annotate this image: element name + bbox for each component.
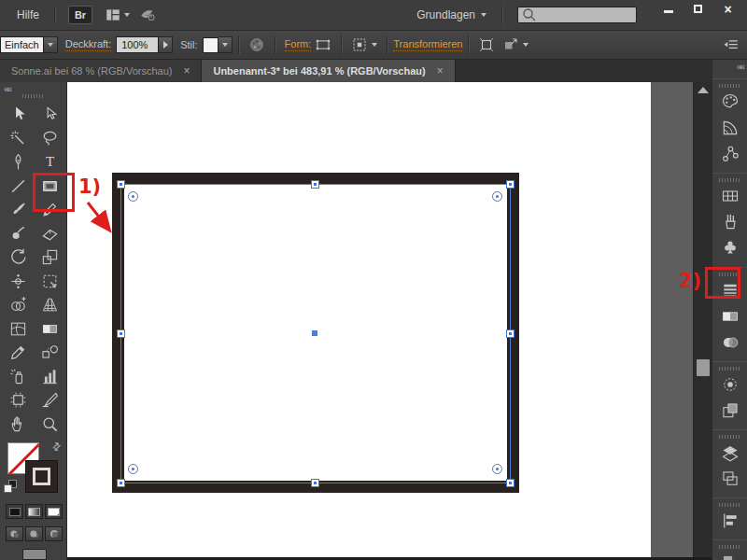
magic-wand-tool[interactable]: [2, 127, 34, 151]
appearance-panel-button[interactable]: [712, 371, 747, 398]
direct-selection-tool[interactable]: [34, 103, 65, 127]
panel-grip-handle[interactable]: [719, 84, 741, 88]
symbols-panel-button[interactable]: [712, 235, 747, 261]
transparency-panel-button[interactable]: [712, 329, 747, 356]
swap-fill-stroke-icon[interactable]: ⇄: [49, 440, 64, 455]
selection-handle-top-mid[interactable]: [311, 180, 319, 189]
bridge-icon[interactable]: Br: [68, 6, 92, 24]
opacity-link[interactable]: Deckkraft:: [65, 38, 112, 51]
menu-hilfe[interactable]: Hilfe: [7, 5, 49, 25]
rotate-tool[interactable]: [2, 245, 34, 270]
opacity-input[interactable]: 100%: [116, 36, 159, 53]
cs-live-button[interactable]: [134, 5, 161, 25]
search-input[interactable]: [538, 8, 633, 21]
layers-panel-button[interactable]: [712, 440, 747, 466]
draw-behind-button[interactable]: [25, 526, 43, 541]
stroke-swatch-black[interactable]: [25, 460, 58, 493]
search-box[interactable]: [517, 7, 637, 23]
vertical-scrollbar[interactable]: [693, 82, 712, 560]
opacity-stepper-button[interactable]: [159, 36, 173, 53]
screen-mode-button[interactable]: [22, 549, 47, 560]
gradient-panel-button[interactable]: [712, 303, 747, 329]
minimize-button[interactable]: [655, 2, 682, 16]
gradient-tool[interactable]: [34, 317, 65, 342]
scroll-up-arrow[interactable]: [698, 87, 709, 93]
selection-handle-bottom-mid[interactable]: [311, 479, 319, 487]
width-tool[interactable]: [2, 270, 34, 294]
select-similar-button[interactable]: [347, 36, 381, 53]
panel-grip-handle[interactable]: [719, 503, 741, 507]
maximize-button[interactable]: [684, 2, 712, 16]
gradient-button[interactable]: [25, 504, 43, 519]
selection-handle-top-left[interactable]: [117, 180, 125, 189]
color-panel-button[interactable]: [712, 89, 747, 115]
mesh-tool[interactable]: [2, 317, 34, 342]
paintbrush-tool[interactable]: [2, 198, 34, 222]
shape-builder-tool[interactable]: [2, 293, 34, 317]
shape-link[interactable]: Form:: [285, 38, 312, 51]
align-selection-button[interactable]: [499, 36, 532, 53]
type-tool[interactable]: T: [34, 150, 65, 175]
selection-handle-bottom-left[interactable]: [117, 479, 125, 487]
selection-handle-bottom-right[interactable]: [506, 479, 514, 487]
shape-properties-button[interactable]: [311, 36, 335, 53]
artboards-panel-button[interactable]: [712, 466, 747, 492]
scrollbar-thumb[interactable]: [697, 359, 710, 376]
draw-normal-button[interactable]: [6, 526, 23, 541]
transform-link[interactable]: Transformieren: [393, 38, 462, 51]
align-panel-button[interactable]: [712, 508, 747, 534]
lasso-tool[interactable]: [34, 127, 65, 151]
perspective-grid-tool[interactable]: [34, 293, 65, 317]
default-fill-stroke-icon[interactable]: [4, 480, 19, 495]
selection-handle-mid-right[interactable]: [506, 329, 514, 338]
style-swatch[interactable]: [203, 37, 218, 53]
color-guide-panel-button[interactable]: [712, 115, 747, 141]
eyedropper-tool[interactable]: [2, 341, 34, 365]
panel-menu-button[interactable]: [719, 36, 743, 53]
appearance-preset-select[interactable]: Einfach: [0, 36, 44, 53]
swatches-panel-button[interactable]: [712, 183, 747, 209]
selection-handle-top-right[interactable]: [506, 180, 514, 189]
style-dropdown-button[interactable]: [218, 36, 233, 53]
symbol-sprayer-tool[interactable]: [2, 365, 34, 389]
tab-close-icon[interactable]: ×: [437, 64, 444, 77]
recolor-artwork-button[interactable]: [245, 36, 269, 53]
pathfinder-panel-button[interactable]: [712, 550, 747, 560]
panel-grip-handle[interactable]: [719, 178, 741, 182]
panel-grip-handle[interactable]: [719, 367, 741, 371]
kuler-panel-button[interactable]: [712, 141, 747, 167]
align-artboard-button[interactable]: [474, 36, 499, 53]
none-button[interactable]: [45, 504, 63, 519]
panel-grip-handle[interactable]: [719, 545, 741, 549]
graphic-styles-panel-button[interactable]: [712, 398, 747, 424]
workspace-switcher[interactable]: Grundlagen: [407, 7, 496, 23]
column-graph-tool[interactable]: [34, 365, 65, 389]
preset-dropdown-button[interactable]: [44, 36, 58, 53]
blob-brush-tool[interactable]: [2, 222, 34, 246]
collapse-dock-icon[interactable]: ««: [712, 60, 747, 73]
free-transform-tool[interactable]: [34, 270, 65, 294]
close-button[interactable]: ×: [714, 2, 741, 16]
brushes-panel-button[interactable]: [712, 209, 747, 235]
panel-grip-handle[interactable]: [22, 94, 45, 98]
draw-inside-button[interactable]: [45, 526, 63, 541]
tab-unbenannt-3[interactable]: Unbenannt-3* bei 483,91 % (RGB/Vorschau)…: [202, 60, 455, 82]
line-segment-tool[interactable]: [2, 175, 34, 199]
pen-tool[interactable]: [2, 150, 34, 175]
color-button[interactable]: [6, 504, 23, 519]
collapse-panel-icon[interactable]: ««: [4, 84, 10, 94]
hand-tool[interactable]: [2, 413, 34, 437]
panel-grip-handle[interactable]: [719, 435, 741, 439]
scale-tool[interactable]: [34, 245, 65, 270]
slice-tool[interactable]: [34, 388, 65, 413]
tab-close-icon[interactable]: ×: [183, 64, 190, 77]
eraser-tool[interactable]: [34, 222, 65, 246]
window-controls: ×: [655, 2, 741, 16]
zoom-tool[interactable]: [34, 413, 65, 437]
blend-tool[interactable]: [34, 341, 65, 365]
selection-handle-mid-left[interactable]: [117, 329, 125, 338]
arrange-documents-button[interactable]: [100, 5, 134, 25]
selection-tool[interactable]: [2, 103, 34, 127]
tab-sonne[interactable]: Sonne.ai bei 68 % (RGB/Vorschau) ×: [0, 60, 202, 82]
artboard-tool[interactable]: [2, 388, 34, 413]
